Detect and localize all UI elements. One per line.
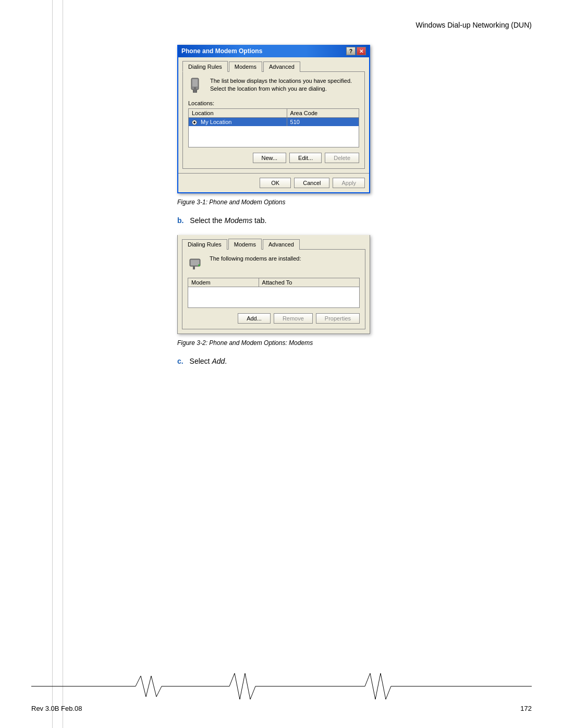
dialog1-help-button[interactable]: ? [346, 47, 356, 55]
dialog2-body: Dialing Rules Modems Advanced The follow… [178, 235, 370, 334]
left-margin-line [52, 0, 53, 728]
page: Windows Dial-up Networking (DUN) Phone a… [0, 0, 563, 728]
apply-button[interactable]: Apply [333, 178, 365, 188]
dialog1-close-button[interactable]: ✕ [357, 47, 366, 55]
header-title: Windows Dial-up Networking (DUN) [416, 21, 532, 29]
figure2-caption: Figure 3-2: Phone and Modem Options: Mod… [177, 339, 532, 347]
step-c-italic: Add [212, 357, 225, 365]
main-content: Phone and Modem Options ? ✕ Dialing Rule… [177, 45, 532, 365]
new-button[interactable]: New... [253, 153, 287, 163]
tab-advanced[interactable]: Advanced [263, 61, 300, 72]
dialog1-titlebar-buttons: ? ✕ [346, 47, 366, 55]
footer-left: Rev 3.0B Feb.08 [31, 705, 82, 712]
col-modem: Modem [188, 278, 259, 287]
left-margin-line2 [63, 0, 63, 728]
step-b-italic: Modems [225, 216, 253, 225]
properties-button[interactable]: Properties [316, 313, 360, 324]
dialog-phone-modem: Phone and Modem Options ? ✕ Dialing Rule… [177, 45, 370, 193]
step-c-text: Select [190, 357, 212, 365]
dialog1-titlebar: Phone and Modem Options ? ✕ [178, 45, 369, 57]
dialog1-btn-row: New... Edit... Delete [188, 153, 359, 163]
step-b: b. Select the Modems tab. [177, 216, 532, 225]
delete-button[interactable]: Delete [325, 153, 359, 163]
dialog2-tab-content: The following modems are installed: Mode… [182, 249, 365, 329]
tab2-modems[interactable]: Modems [228, 239, 262, 250]
dialog2-info-text: The following modems are installed: [210, 255, 301, 263]
location-cell: My Location [189, 118, 287, 127]
tab-dialing-rules[interactable]: Dialing Rules [182, 61, 228, 72]
svg-rect-6 [191, 260, 199, 265]
dialog1-tab-content: The list below displays the locations yo… [182, 71, 365, 169]
col-area-code: Area Code [287, 109, 359, 118]
svg-point-7 [198, 264, 200, 266]
dialog-modems: Dialing Rules Modems Advanced The follow… [177, 235, 370, 334]
edit-button[interactable]: Edit... [289, 153, 322, 163]
tab2-dialing-rules[interactable]: Dialing Rules [182, 239, 227, 250]
figure1-caption: Figure 3-1: Phone and Modem Options [177, 199, 532, 206]
col-attached-to: Attached To [259, 278, 359, 287]
step-c: c. Select Add. [177, 357, 532, 365]
locations-table: Location Area Code My Location 510 [188, 108, 359, 147]
footer-right: 172 [520, 705, 532, 712]
dialog1-footer: OK Cancel Apply [178, 173, 369, 192]
tab2-advanced[interactable]: Advanced [263, 239, 300, 250]
col-location: Location [189, 109, 287, 118]
empty-row [189, 126, 359, 147]
svg-rect-1 [192, 79, 198, 87]
step-c-text-after: . [225, 357, 227, 365]
dialog2-info-section: The following modems are installed: [188, 255, 360, 272]
page-footer: Rev 3.0B Feb.08 172 [31, 705, 532, 712]
dialog1-title: Phone and Modem Options [181, 47, 262, 55]
locations-label: Locations: [188, 100, 359, 106]
step-c-label: c. [177, 357, 183, 365]
table-row[interactable]: My Location 510 [189, 118, 359, 127]
modems-table: Modem Attached To [188, 278, 360, 308]
step-b-text: Select the [190, 216, 224, 225]
dialog1-info-text: The list below displays the locations yo… [210, 77, 359, 93]
area-code-cell: 510 [287, 118, 359, 127]
dialog1-body: Dialing Rules Modems Advanced [178, 57, 369, 173]
ecg-decoration [31, 671, 532, 702]
ok-button[interactable]: OK [260, 178, 291, 188]
tab-modems[interactable]: Modems [229, 61, 262, 72]
svg-point-2 [194, 88, 196, 89]
dialog2-tabs: Dialing Rules Modems Advanced [182, 239, 365, 250]
dialog1-tabs: Dialing Rules Modems Advanced [182, 61, 365, 72]
svg-rect-8 [193, 266, 195, 269]
modem-icon [188, 255, 204, 272]
step-b-label: b. [177, 216, 183, 225]
dialog2-btn-row: Add... Remove Properties [188, 313, 360, 324]
phone-icon [188, 77, 205, 94]
modems-empty-row [188, 287, 360, 307]
step-b-text-after: tab. [252, 216, 266, 225]
page-header: Windows Dial-up Networking (DUN) [31, 21, 532, 29]
radio-selected-icon [192, 120, 197, 125]
cancel-button[interactable]: Cancel [294, 178, 329, 188]
add-button[interactable]: Add... [238, 313, 271, 324]
dialog1-info-section: The list below displays the locations yo… [188, 77, 359, 94]
remove-button[interactable]: Remove [274, 313, 313, 324]
location-name: My Location [201, 119, 231, 125]
